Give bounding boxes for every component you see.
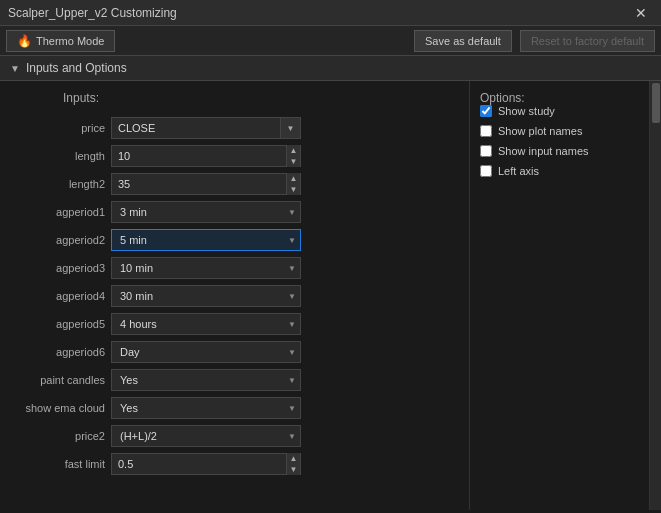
toolbar-right: Save as default Reset to factory default <box>414 30 655 52</box>
chevron-down-icon: ▼ <box>10 63 20 74</box>
agperiod3-row: agperiod3 10 min ▼ <box>20 257 459 279</box>
thermo-tab-label: Thermo Mode <box>36 35 104 47</box>
length2-spin-btns: ▲ ▼ <box>286 173 300 195</box>
inputs-label: Inputs: <box>20 91 105 105</box>
left-axis-label: Left axis <box>498 165 539 177</box>
fast-limit-input[interactable] <box>112 456 286 472</box>
price-select[interactable]: CLOSEOPENHIGHLOW <box>111 117 281 139</box>
flame-icon: 🔥 <box>17 34 32 48</box>
show-plot-names-label: Show plot names <box>498 125 582 137</box>
show-plot-names-checkbox[interactable] <box>480 125 492 137</box>
agperiod6-wrap: Day ▼ <box>111 341 301 363</box>
agperiod5-wrap: 4 hours ▼ <box>111 313 301 335</box>
fast-limit-spin-btns: ▲ ▼ <box>286 453 300 475</box>
length-input-wrap: ▲ ▼ <box>111 145 301 167</box>
length2-input[interactable] <box>112 176 286 192</box>
agperiod1-select[interactable]: 3 min1 min5 min <box>111 201 301 223</box>
agperiod6-row: agperiod6 Day ▼ <box>20 341 459 363</box>
show-ema-cloud-row: show ema cloud YesNo ▼ <box>20 397 459 419</box>
agperiod5-label: agperiod5 <box>20 318 105 330</box>
title-bar: Scalper_Upper_v2 Customizing ✕ <box>0 0 661 26</box>
agperiod4-wrap: 30 min ▼ <box>111 285 301 307</box>
agperiod2-row: agperiod2 5 min1 min3 min ▼ <box>20 229 459 251</box>
price2-wrap: (H+L)/2CLOSEOPEN ▼ <box>111 425 301 447</box>
agperiod4-select[interactable]: 30 min <box>111 285 301 307</box>
show-study-checkbox[interactable] <box>480 105 492 117</box>
show-input-names-checkbox[interactable] <box>480 145 492 157</box>
paint-candles-label: paint candles <box>20 374 105 386</box>
length2-input-wrap: ▲ ▼ <box>111 173 301 195</box>
scrollbar[interactable] <box>649 81 661 510</box>
agperiod1-wrap: 3 min1 min5 min ▼ <box>111 201 301 223</box>
paint-candles-row: paint candles YesNo ▼ <box>20 369 459 391</box>
length-row: length ▲ ▼ <box>20 145 459 167</box>
agperiod3-wrap: 10 min ▼ <box>111 257 301 279</box>
main-content: Inputs: price CLOSEOPENHIGHLOW ▼ length … <box>0 81 661 510</box>
agperiod3-label: agperiod3 <box>20 262 105 274</box>
left-axis-option: Left axis <box>480 165 639 177</box>
thermo-mode-tab[interactable]: 🔥 Thermo Mode <box>6 30 115 52</box>
price2-row: price2 (H+L)/2CLOSEOPEN ▼ <box>20 425 459 447</box>
price-label: price <box>20 122 105 134</box>
length2-spin-up[interactable]: ▲ <box>287 173 300 184</box>
agperiod6-select[interactable]: Day <box>111 341 301 363</box>
section-header[interactable]: ▼ Inputs and Options <box>0 56 661 81</box>
agperiod2-wrap: 5 min1 min3 min ▼ <box>111 229 301 251</box>
save-default-button[interactable]: Save as default <box>414 30 512 52</box>
agperiod4-row: agperiod4 30 min ▼ <box>20 285 459 307</box>
agperiod5-row: agperiod5 4 hours ▼ <box>20 313 459 335</box>
price-dropdown-wrap: CLOSEOPENHIGHLOW ▼ <box>111 117 301 139</box>
section-label: Inputs and Options <box>26 61 127 75</box>
agperiod6-label: agperiod6 <box>20 346 105 358</box>
show-plot-names-option: Show plot names <box>480 125 639 137</box>
show-ema-cloud-select[interactable]: YesNo <box>111 397 301 419</box>
length-label: length <box>20 150 105 162</box>
fast-limit-spin-up[interactable]: ▲ <box>287 453 300 464</box>
agperiod2-label: agperiod2 <box>20 234 105 246</box>
left-panel: Inputs: price CLOSEOPENHIGHLOW ▼ length … <box>0 81 469 510</box>
options-label: Options: <box>480 91 525 105</box>
show-study-option: Show study <box>480 105 639 117</box>
show-ema-cloud-wrap: YesNo ▼ <box>111 397 301 419</box>
toolbar: 🔥 Thermo Mode Save as default Reset to f… <box>0 26 661 56</box>
length2-label: length2 <box>20 178 105 190</box>
left-axis-checkbox[interactable] <box>480 165 492 177</box>
paint-candles-wrap: YesNo ▼ <box>111 369 301 391</box>
options-panel: Options: Show study Show plot names Show… <box>469 81 649 510</box>
close-button[interactable]: ✕ <box>629 3 653 23</box>
fast-limit-input-wrap: ▲ ▼ <box>111 453 301 475</box>
reset-factory-button[interactable]: Reset to factory default <box>520 30 655 52</box>
agperiod3-select[interactable]: 10 min <box>111 257 301 279</box>
price2-label: price2 <box>20 430 105 442</box>
price2-select[interactable]: (H+L)/2CLOSEOPEN <box>111 425 301 447</box>
price-dropdown-arrow[interactable]: ▼ <box>281 117 301 139</box>
agperiod2-select[interactable]: 5 min1 min3 min <box>111 229 301 251</box>
length-input[interactable] <box>112 148 286 164</box>
show-input-names-option: Show input names <box>480 145 639 157</box>
length-spin-btns: ▲ ▼ <box>286 145 300 167</box>
agperiod1-label: agperiod1 <box>20 206 105 218</box>
length-spin-down[interactable]: ▼ <box>287 156 300 167</box>
scroll-thumb[interactable] <box>652 83 660 123</box>
agperiod4-label: agperiod4 <box>20 290 105 302</box>
fast-limit-label: fast limit <box>20 458 105 470</box>
show-study-label: Show study <box>498 105 555 117</box>
agperiod5-select[interactable]: 4 hours <box>111 313 301 335</box>
show-input-names-label: Show input names <box>498 145 589 157</box>
length2-spin-down[interactable]: ▼ <box>287 184 300 195</box>
price-row: price CLOSEOPENHIGHLOW ▼ <box>20 117 459 139</box>
agperiod1-row: agperiod1 3 min1 min5 min ▼ <box>20 201 459 223</box>
window-title: Scalper_Upper_v2 Customizing <box>8 6 177 20</box>
paint-candles-select[interactable]: YesNo <box>111 369 301 391</box>
length2-row: length2 ▲ ▼ <box>20 173 459 195</box>
fast-limit-row: fast limit ▲ ▼ <box>20 453 459 475</box>
show-ema-cloud-label: show ema cloud <box>20 402 105 414</box>
fast-limit-spin-down[interactable]: ▼ <box>287 464 300 475</box>
length-spin-up[interactable]: ▲ <box>287 145 300 156</box>
